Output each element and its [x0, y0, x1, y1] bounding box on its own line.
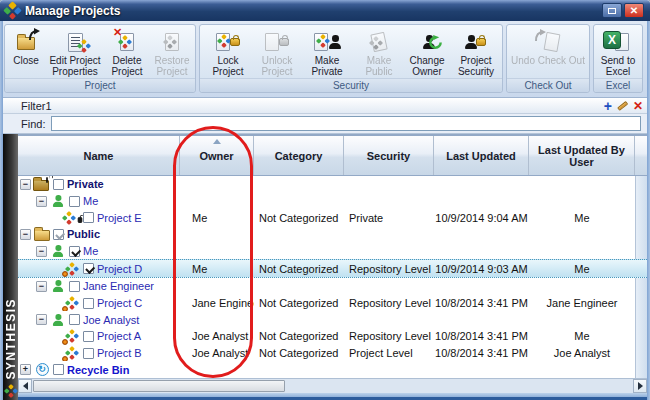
find-label: Find:: [21, 118, 45, 130]
table-row-project-d[interactable]: Project DMeNot CategorizedRepository Lev…: [18, 259, 647, 278]
column-header-category[interactable]: Category: [254, 136, 344, 175]
cell-last-updated: [434, 226, 529, 243]
row-checkbox[interactable]: [69, 314, 80, 325]
table-row-project-b[interactable]: Project BJoe AnalystNot CategorizedProje…: [18, 345, 647, 362]
find-input[interactable]: [51, 116, 641, 131]
row-name-label[interactable]: Jane Engineer: [83, 280, 154, 292]
table-row-private[interactable]: −Private: [18, 176, 647, 193]
ribbon-group-project: CloseEdit Project Properties✕Delete Proj…: [4, 24, 196, 93]
ribbon-group-check-out: Undo Check OutCheck Out: [506, 24, 590, 93]
project-icon: [64, 261, 80, 276]
undo-checkout-icon: [532, 28, 564, 56]
collapse-icon[interactable]: −: [20, 229, 31, 240]
filter-name[interactable]: Filter1: [21, 100, 52, 112]
project-security-button[interactable]: Project Security: [451, 27, 501, 78]
row-name-label[interactable]: Project D: [97, 263, 142, 275]
row-name-label[interactable]: Joe Analyst: [83, 314, 139, 326]
make-private-button[interactable]: Make Private: [299, 27, 355, 78]
cell-category: Not Categorized: [254, 260, 344, 277]
row-checkbox[interactable]: [83, 212, 94, 223]
row-checkbox[interactable]: [83, 331, 94, 342]
close-button[interactable]: Close: [6, 27, 46, 78]
collapse-icon[interactable]: −: [36, 314, 47, 325]
table-row-jane-engineer[interactable]: −Jane Engineer: [18, 278, 647, 295]
scrollbar-track[interactable]: [285, 379, 633, 393]
delete-filter-icon[interactable]: ✕: [633, 100, 643, 112]
cell-last-updated-by-user: [529, 226, 635, 243]
scroll-right-button[interactable]: [633, 379, 647, 393]
user-icon: [50, 194, 66, 209]
cell-last-updated: [434, 176, 529, 193]
collapse-icon[interactable]: −: [36, 281, 47, 292]
table-row-recycle-bin[interactable]: +↻Recycle Bin: [18, 361, 647, 378]
send-to-excel-button[interactable]: XSend to Excel: [595, 27, 641, 78]
maximize-button[interactable]: [602, 3, 622, 18]
cell-owner: [180, 243, 254, 260]
row-checkbox[interactable]: [83, 298, 94, 309]
row-checkbox[interactable]: [69, 246, 80, 257]
scrollbar-thumb[interactable]: [33, 380, 285, 392]
table-row-me[interactable]: −Me: [18, 193, 647, 210]
cell-last-updated-by-user: Me: [529, 260, 635, 277]
edit-project-properties-button[interactable]: Edit Project Properties: [46, 27, 104, 78]
row-name-label[interactable]: Public: [67, 228, 100, 240]
column-header-filler: [635, 136, 647, 175]
cell-last-updated: 10/9/2014 9:03 AM: [434, 260, 529, 277]
row-checkbox[interactable]: [83, 348, 94, 359]
ribbon-button-label: Project Security: [452, 56, 500, 77]
row-name-label[interactable]: Me: [83, 195, 98, 207]
scroll-left-button[interactable]: [18, 379, 32, 393]
collapse-icon[interactable]: −: [36, 196, 47, 207]
curved-arrow-icon: [27, 28, 41, 41]
table-row-project-e[interactable]: Project EMeNot CategorizedPrivate10/9/20…: [18, 209, 647, 226]
collapse-icon[interactable]: −: [20, 179, 31, 190]
collapse-icon[interactable]: −: [36, 246, 47, 257]
cell-last-updated: [434, 243, 529, 260]
horizontal-scrollbar[interactable]: [18, 378, 647, 393]
change-owner-button[interactable]: Change Owner: [403, 27, 451, 78]
project-icon: [64, 296, 80, 311]
edit-filter-icon[interactable]: [617, 101, 628, 111]
row-name-label[interactable]: Private: [67, 178, 104, 190]
row-name-label[interactable]: Project C: [97, 297, 142, 309]
row-name-label[interactable]: Project E: [97, 212, 142, 224]
add-filter-icon[interactable]: +: [604, 100, 612, 112]
row-checkbox[interactable]: [83, 263, 94, 274]
column-header-label: Category: [275, 150, 323, 162]
row-checkbox[interactable]: [53, 179, 64, 190]
lock-project-button[interactable]: Lock Project: [201, 27, 255, 78]
cell-category: [254, 226, 344, 243]
table-row-joe-analyst[interactable]: −Joe Analyst: [18, 311, 647, 328]
pinwheel-icon: [77, 39, 91, 53]
column-header-label: Last Updated: [446, 150, 516, 162]
column-header-last-updated[interactable]: Last Updated: [434, 136, 529, 175]
row-checkbox[interactable]: [69, 196, 80, 207]
project-icon: [64, 329, 80, 344]
person-icon: [329, 35, 341, 49]
row-checkbox[interactable]: [53, 364, 64, 375]
close-window-button[interactable]: ✕: [624, 3, 644, 18]
row-name-label[interactable]: Recycle Bin: [67, 364, 129, 376]
row-name-label[interactable]: Me: [83, 245, 98, 257]
table-row-me[interactable]: −Me: [18, 243, 647, 260]
column-header-name[interactable]: Name: [18, 136, 180, 175]
row-checkbox[interactable]: [69, 281, 80, 292]
expand-icon[interactable]: +: [20, 364, 31, 375]
window-border-left: [0, 21, 3, 400]
row-name-label[interactable]: Project A: [97, 330, 141, 342]
row-checkbox[interactable]: [53, 229, 64, 240]
ribbon-button-label: Change Owner: [404, 56, 450, 77]
column-header-last-updated-by-user[interactable]: Last Updated By User: [529, 136, 635, 175]
column-header-security[interactable]: Security: [344, 136, 434, 175]
cell-owner: [180, 226, 254, 243]
cell-security: [344, 176, 434, 193]
row-name-label[interactable]: Project B: [97, 347, 142, 359]
table-row-public[interactable]: −Public: [18, 226, 647, 243]
ribbon-toolbar: CloseEdit Project Properties✕Delete Proj…: [0, 21, 650, 98]
column-header-owner[interactable]: Owner: [180, 136, 254, 175]
cell-category: Not Categorized: [254, 209, 344, 226]
delete-project-button[interactable]: ✕Delete Project: [104, 27, 150, 78]
table-row-project-a[interactable]: Project AJoe AnalystNot CategorizedRepos…: [18, 328, 647, 345]
brand-sidebar: SYNTHESIS: [3, 134, 18, 400]
table-row-project-c[interactable]: Project CJane EngineerNot CategorizedRep…: [18, 295, 647, 312]
